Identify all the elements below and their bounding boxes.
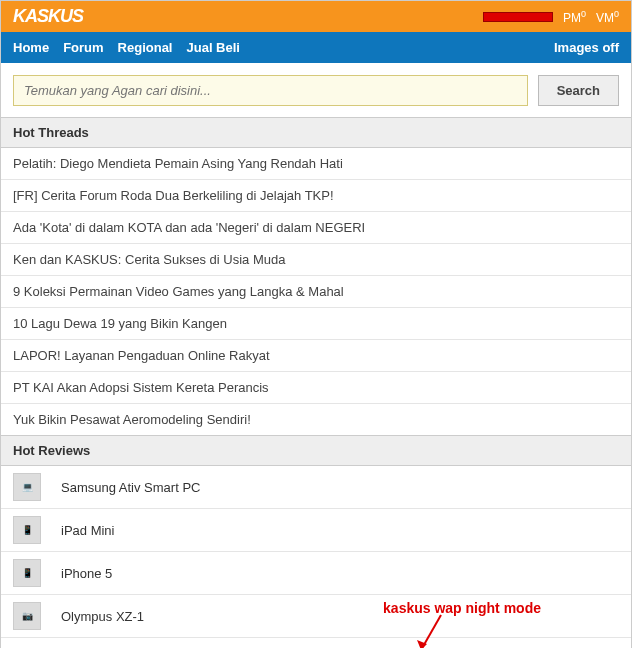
thread-item[interactable]: PT KAI Akan Adopsi Sistem Kereta Peranci… (1, 372, 631, 404)
annotation-text: kaskus wap night mode (383, 600, 541, 616)
thread-item[interactable]: Yuk Bikin Pesawat Aeromodeling Sendiri! (1, 404, 631, 436)
search-row: Search (0, 63, 632, 118)
pm-label: PM (563, 11, 581, 25)
search-input[interactable] (13, 75, 528, 106)
hot-threads-header: Hot Threads (0, 117, 632, 148)
nav-jualbeli[interactable]: Jual Beli (186, 40, 239, 55)
review-thumb-icon: 📷 (13, 602, 41, 630)
review-label: iPhone 5 (61, 566, 112, 581)
thread-item[interactable]: Ada 'Kota' di dalam KOTA dan ada 'Negeri… (1, 212, 631, 244)
review-label: Olympus XZ-1 (61, 609, 144, 624)
search-button[interactable]: Search (538, 75, 619, 106)
nav-home[interactable]: Home (13, 40, 49, 55)
vm-label: VM (596, 11, 614, 25)
nav-regional[interactable]: Regional (118, 40, 173, 55)
footer-links: kaskus wap night mode Back to top Deskto… (0, 638, 632, 648)
review-thumb-icon: 📱 (13, 559, 41, 587)
thread-item[interactable]: 10 Lagu Dewa 19 yang Bikin Kangen (1, 308, 631, 340)
logo[interactable]: KASKUS (13, 6, 83, 27)
vm-count: 0 (614, 9, 619, 19)
annotation-arrow-icon (411, 610, 451, 648)
header-right: PM0 VM0 (483, 9, 619, 25)
review-item[interactable]: 📱 iPhone 5 (1, 552, 631, 595)
thread-item[interactable]: [FR] Cerita Forum Roda Dua Berkeliling d… (1, 180, 631, 212)
pm-indicator[interactable]: PM0 (563, 9, 586, 25)
review-label: Samsung Ativ Smart PC (61, 480, 200, 495)
thread-item[interactable]: LAPOR! Layanan Pengaduan Online Rakyat (1, 340, 631, 372)
nav-forum[interactable]: Forum (63, 40, 103, 55)
thread-item[interactable]: 9 Koleksi Permainan Video Games yang Lan… (1, 276, 631, 308)
hot-reviews-header: Hot Reviews (0, 435, 632, 466)
review-item[interactable]: 💻 Samsung Ativ Smart PC (1, 466, 631, 509)
username-redacted[interactable] (483, 12, 553, 22)
review-label: iPad Mini (61, 523, 114, 538)
thread-item[interactable]: Pelatih: Diego Mendieta Pemain Asing Yan… (1, 148, 631, 180)
header-top: KASKUS PM0 VM0 (0, 0, 632, 32)
nav-left: Home Forum Regional Jual Beli (13, 40, 240, 55)
review-thumb-icon: 💻 (13, 473, 41, 501)
pm-count: 0 (581, 9, 586, 19)
vm-indicator[interactable]: VM0 (596, 9, 619, 25)
review-item[interactable]: 📱 iPad Mini (1, 509, 631, 552)
thread-item[interactable]: Ken dan KASKUS: Cerita Sukses di Usia Mu… (1, 244, 631, 276)
images-off-toggle[interactable]: Images off (554, 40, 619, 55)
hot-threads-list: Pelatih: Diego Mendieta Pemain Asing Yan… (0, 148, 632, 436)
nav-bar: Home Forum Regional Jual Beli Images off (0, 32, 632, 63)
review-thumb-icon: 📱 (13, 516, 41, 544)
